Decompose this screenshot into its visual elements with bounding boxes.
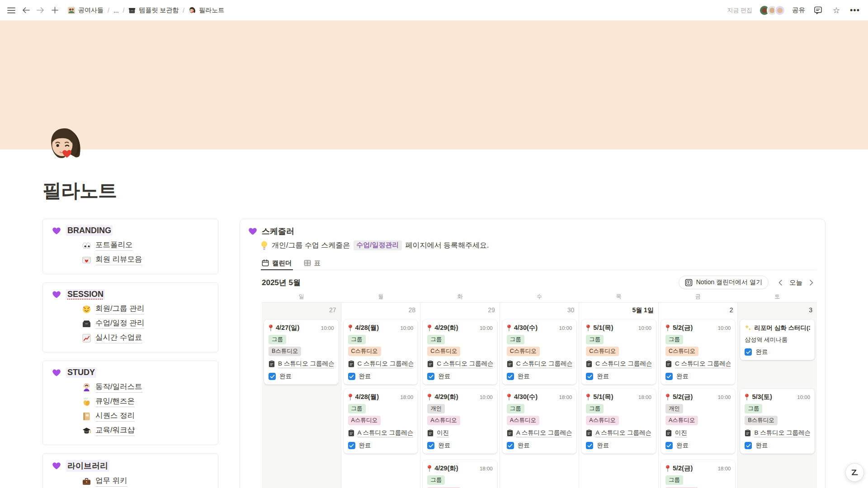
floating-action-button[interactable] [845,463,864,482]
event-page-link[interactable]: B 스튜디오 그룹레슨 [754,429,810,437]
event-page-link[interactable]: C 스튜디오 그룹레슨 [437,360,493,368]
done-label: 완료 [438,441,450,450]
event-card[interactable]: 4/30(수)10:00그룹C스튜디오C 스튜디오 그룹레슨완료 [502,319,577,385]
more-options-button[interactable]: ••• [849,5,861,16]
checkbox-checked[interactable] [427,373,434,380]
event-date: 5/1(목) [593,393,613,401]
next-month-button[interactable] [806,277,817,288]
event-done-row: 완료 [745,347,810,357]
weekday-header-row: 일월화수목금토 [262,293,817,301]
sidebar-page-link[interactable]: 큐잉/핸즈온 [95,396,135,407]
event-time: 18:00 [400,394,413,400]
checkbox-checked[interactable] [586,373,593,380]
calendar-day-cell-일[interactable]: 274/27(일)10:00그룹B스튜디오B 스튜디오 그룹레슨완료 [262,303,341,488]
event-page-link[interactable]: A 스튜디오 그룹레슨 [516,429,572,437]
tag-chip-green: 그룹 [348,404,366,413]
calendar-day-cell-월[interactable]: 284/28(월)10:00그룹C스튜디오C 스튜디오 그룹레슨완료4/28(월… [341,303,420,488]
sidebar-page-link[interactable]: 회원 리뷰모음 [95,254,142,265]
new-page-button[interactable] [49,5,61,16]
event-time: 10:00 [638,325,651,331]
sidebar-page-link[interactable]: 교육/워크샵 [95,425,135,436]
sidebar-page-link[interactable]: 실시간 수업료 [95,333,142,343]
event-card[interactable]: 5/3(토)10:00그룹B스튜디오B 스튜디오 그룹레슨완료 [740,389,815,454]
share-button[interactable]: 공유 [792,6,805,14]
collaborator-avatars[interactable] [759,5,785,16]
breadcrumb-item[interactable]: 공여사들 [66,5,105,15]
checkbox-checked[interactable] [348,373,355,380]
forward-button[interactable] [34,5,46,16]
event-card[interactable]: 4/29(화)18:00그룹A스튜디오 [423,460,497,488]
event-card[interactable]: 5/2(금)10:00개인A스튜디오이진완료 [661,389,736,454]
event-page-link[interactable]: C 스튜디오 그룹레슨 [675,360,731,368]
tag-row: 개인 [665,404,731,413]
event-page-link[interactable]: 이진 [675,429,687,437]
sidebar-page-link[interactable]: 포트폴리오 [95,240,133,251]
page-mention-chip[interactable]: 수업/일정관리 [354,240,401,250]
event-card[interactable]: 5/2(금)18:00그룹A스튜디오 [661,460,736,488]
briefcase-icon [82,477,91,486]
calendar-day-cell-금[interactable]: 25/2(금)10:00그룹C스튜디오C 스튜디오 그룹레슨완료5/2(금)10… [658,303,738,488]
event-page-link[interactable]: C 스튜디오 그룹레슨 [595,360,651,368]
checkbox-checked[interactable] [507,442,514,449]
event-card[interactable]: 4/29(화)10:00개인A스튜디오이진완료 [423,389,497,454]
checkbox-checked[interactable] [507,373,514,380]
event-page-link[interactable]: A 스튜디오 그룹레슨 [595,429,651,437]
page-title[interactable]: 필라노트 [42,178,117,203]
checkbox-checked[interactable] [348,442,355,449]
event-page-link[interactable]: C 스튜디오 그룹레슨 [358,360,414,368]
done-label: 완료 [676,441,689,450]
calendar-day-cell-목[interactable]: 5월 1일5/1(목)10:00그룹C스튜디오C 스튜디오 그룹레슨완료5/1(… [579,303,658,488]
event-card[interactable]: 5/2(금)10:00그룹C스튜디오C 스튜디오 그룹레슨완료 [661,319,736,385]
sidebar-page-link[interactable]: 수업/일정 관리 [95,318,144,329]
calendar-view-icon [262,259,269,267]
breadcrumb-ellipsis[interactable]: ... [112,6,121,15]
sidebar-item: 회원/그룹 관리 [82,302,210,316]
event-card[interactable]: 4/29(화)10:00그룹C스튜디오C 스튜디오 그룹레슨완료 [423,319,497,385]
tab-표[interactable]: 표 [304,256,321,270]
event-page-link[interactable]: B 스튜디오 그룹레슨 [278,360,334,368]
event-card[interactable]: 리포머 심화 스터디(3...삼성역 세미나룸완료 [740,319,815,360]
event-card[interactable]: 4/28(월)18:00그룹A스튜디오A 스튜디오 그룹레슨완료 [344,389,418,454]
event-card[interactable]: 4/28(월)10:00그룹C스튜디오C 스튜디오 그룹레슨완료 [344,319,418,385]
page-cover[interactable] [0,20,868,150]
event-card[interactable]: 4/27(일)10:00그룹B스튜디오B 스튜디오 그룹레슨완료 [264,319,339,385]
page-icon-memoji[interactable] [46,127,83,164]
chevron-right-icon [810,280,813,286]
sidebar-menu-button[interactable] [5,5,17,16]
calendar-day-cell-수[interactable]: 304/30(수)10:00그룹C스튜디오C 스튜디오 그룹레슨완료4/30(수… [500,303,579,488]
checkbox-checked[interactable] [665,442,673,449]
sidebar-page-link[interactable]: 동작/일러스트 [95,382,142,393]
tab-캘린더[interactable]: 캘린더 [262,256,292,270]
ok-woman-icon [82,383,91,392]
checkbox-checked[interactable] [745,348,752,356]
event-card[interactable]: 5/1(목)10:00그룹C스튜디오C 스튜디오 그룹레슨완료 [581,319,656,385]
comments-button[interactable] [812,5,824,16]
favorite-button[interactable]: ☆ [830,5,842,16]
prev-month-button[interactable] [775,277,786,288]
edited-status: 지금 편집 [727,6,752,14]
event-page-link[interactable]: 이진 [437,429,449,437]
done-label: 완료 [755,348,768,356]
calendar-day-cell-화[interactable]: 294/29(화)10:00그룹C스튜디오C 스튜디오 그룹레슨완료4/29(화… [420,303,500,488]
sidebar-page-link[interactable]: 회원/그룹 관리 [95,304,144,314]
back-button[interactable] [20,5,32,16]
breadcrumb-label: 템플릿 보관함 [139,6,179,14]
event-card[interactable]: 4/30(수)18:00그룹A스튜디오A 스튜디오 그룹레슨완료 [502,389,577,454]
checkbox-checked[interactable] [665,373,673,380]
sidebar-page-link[interactable]: 시퀀스 정리 [95,411,135,422]
calendar-day-cell-토[interactable]: 3리포머 심화 스터디(3...삼성역 세미나룸완료5/3(토)10:00그룹B… [737,303,817,488]
checkbox-checked[interactable] [269,373,276,380]
event-page-link[interactable]: A 스튜디오 그룹레슨 [358,429,414,437]
event-date: 4/29(화) [434,393,458,401]
checkbox-checked[interactable] [586,442,593,449]
breadcrumb-item[interactable]: 템플릿 보관함 [127,5,180,15]
breadcrumb-item[interactable]: 필라노트 [187,5,226,15]
sidebar-page-link[interactable]: 업무 위키 [95,476,127,487]
clipboard-icon [269,360,275,367]
event-card[interactable]: 5/1(목)18:00그룹A스튜디오A 스튜디오 그룹레슨완료 [581,389,656,454]
event-page-link[interactable]: C 스튜디오 그룹레슨 [516,360,572,368]
checkbox-checked[interactable] [745,442,752,449]
today-button[interactable]: 오늘 [789,278,802,287]
checkbox-checked[interactable] [427,442,434,449]
open-notion-calendar-button[interactable]: Notion 캘린더에서 열기 [679,276,769,289]
